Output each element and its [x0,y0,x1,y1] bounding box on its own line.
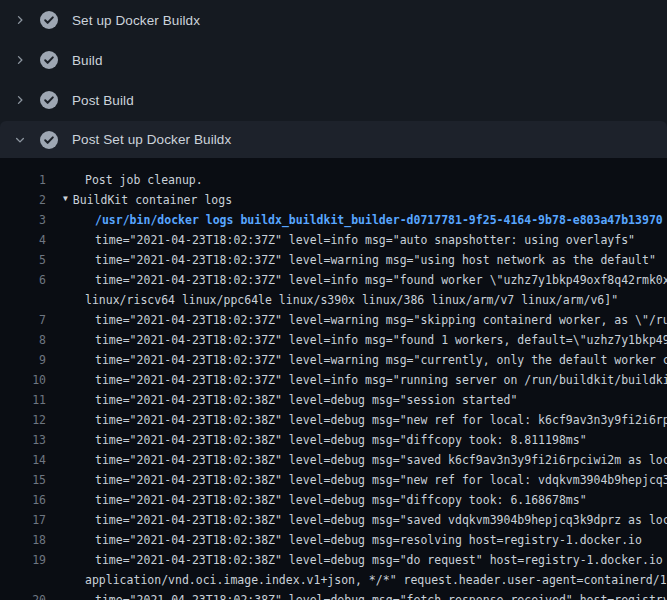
line-number[interactable]: 4 [0,230,46,250]
log-line-text: time="2021-04-23T18:02:38Z" level=debug … [95,590,667,600]
log-line-text: time="2021-04-23T18:02:37Z" level=info m… [95,370,667,390]
step-header-post-build[interactable]: Post Build [0,80,667,120]
log-panel: 1 Post job cleanup. 2 ▼ BuildKit contain… [0,158,667,600]
actions-log-viewer: Set up Docker Buildx Build P [0,0,667,600]
log-line-text: time="2021-04-23T18:02:38Z" level=debug … [95,390,517,410]
log-line: 17 time="2021-04-23T18:02:38Z" level=deb… [0,510,667,530]
log-line: 15 time="2021-04-23T18:02:38Z" level=deb… [0,470,667,490]
line-number[interactable]: 1 [0,170,46,190]
line-number[interactable]: 2 [0,190,46,210]
log-line-text: time="2021-04-23T18:02:37Z" level=info m… [95,270,667,290]
log-line: 5 time="2021-04-23T18:02:37Z" level=warn… [0,250,667,270]
line-number[interactable]: 15 [0,470,46,490]
log-line-text: time="2021-04-23T18:02:37Z" level=warnin… [95,250,656,270]
check-circle-icon [40,11,58,29]
log-line-text: /usr/bin/docker logs buildx_buildkit_bui… [95,210,663,230]
line-number[interactable]: 7 [0,310,46,330]
line-number[interactable]: 12 [0,410,46,430]
line-number[interactable]: 13 [0,430,46,450]
log-line-text: time="2021-04-23T18:02:37Z" level=info m… [95,330,667,350]
step-title: Set up Docker Buildx [72,13,200,28]
log-line: 11 time="2021-04-23T18:02:38Z" level=deb… [0,390,667,410]
log-line: 18 time="2021-04-23T18:02:38Z" level=deb… [0,530,667,550]
collapsed-steps: Set up Docker Buildx Build P [0,0,667,120]
line-number[interactable]: 8 [0,330,46,350]
log-line-text: application/vnd.oci.image.index.v1+json,… [85,570,667,590]
log-line-text: time="2021-04-23T18:02:37Z" level=warnin… [95,310,667,330]
log-line: 10 time="2021-04-23T18:02:37Z" level=inf… [0,370,667,390]
log-line-text: time="2021-04-23T18:02:38Z" level=debug … [95,450,667,470]
line-number[interactable]: 6 [0,270,46,290]
log-line-text: BuildKit container logs [73,190,232,210]
log-line: 8 time="2021-04-23T18:02:37Z" level=info… [0,330,667,350]
log-line: 14 time="2021-04-23T18:02:38Z" level=deb… [0,450,667,470]
line-number[interactable] [0,290,46,310]
log-line-text: time="2021-04-23T18:02:38Z" level=debug … [95,550,667,570]
line-number[interactable]: 19 [0,550,46,570]
group-collapse-icon: ▼ [63,189,68,209]
log-group-toggle[interactable]: 2 ▼ BuildKit container logs [0,190,667,210]
log-line: 9 time="2021-04-23T18:02:37Z" level=warn… [0,350,667,370]
line-number[interactable]: 5 [0,250,46,270]
line-number[interactable] [0,570,46,590]
log-line: 7 time="2021-04-23T18:02:37Z" level=warn… [0,310,667,330]
log-line: linux/riscv64 linux/ppc64le linux/s390x … [0,290,667,310]
line-number[interactable]: 16 [0,490,46,510]
log-line: 19 time="2021-04-23T18:02:38Z" level=deb… [0,550,667,570]
steps-list: Set up Docker Buildx Build P [0,0,667,158]
line-number[interactable]: 9 [0,350,46,370]
log-line-text: time="2021-04-23T18:02:37Z" level=warnin… [95,350,667,370]
step-title: Post Set up Docker Buildx [72,132,231,147]
line-number[interactable]: 10 [0,370,46,390]
log-line-text: linux/riscv64 linux/ppc64le linux/s390x … [85,290,618,310]
line-number[interactable]: 18 [0,530,46,550]
line-number[interactable]: 14 [0,450,46,470]
log-line: 20 time="2021-04-23T18:02:38Z" level=deb… [0,590,667,600]
chevron-right-icon [12,52,28,68]
check-circle-icon [40,91,58,109]
chevron-right-icon [12,12,28,28]
log-line-text: time="2021-04-23T18:02:37Z" level=info m… [95,230,635,250]
step-title: Build [72,53,103,68]
log-line: 1 Post job cleanup. [0,170,667,190]
log-line: 13 time="2021-04-23T18:02:38Z" level=deb… [0,430,667,450]
log-line: 4 time="2021-04-23T18:02:37Z" level=info… [0,230,667,250]
log-line-text: time="2021-04-23T18:02:38Z" level=debug … [95,430,587,450]
log-line-text: time="2021-04-23T18:02:38Z" level=debug … [95,530,642,550]
line-number[interactable]: 17 [0,510,46,530]
log-line: application/vnd.oci.image.index.v1+json,… [0,570,667,590]
log-line-text: time="2021-04-23T18:02:38Z" level=debug … [95,510,667,530]
chevron-right-icon [12,92,28,108]
step-header-set-up-docker-buildx[interactable]: Set up Docker Buildx [0,0,667,40]
line-number[interactable]: 20 [0,590,46,600]
check-circle-icon [40,51,58,69]
log-line-text: Post job cleanup. [85,170,203,190]
line-number[interactable]: 3 [0,210,46,230]
log-command-line: 3 /usr/bin/docker logs buildx_buildkit_b… [0,210,667,230]
chevron-down-icon [12,132,28,148]
log-line: 6 time="2021-04-23T18:02:37Z" level=info… [0,270,667,290]
check-circle-icon [40,131,58,149]
log-line: 16 time="2021-04-23T18:02:38Z" level=deb… [0,490,667,510]
log-line-text: time="2021-04-23T18:02:38Z" level=debug … [95,470,667,490]
log-line: 12 time="2021-04-23T18:02:38Z" level=deb… [0,410,667,430]
log-line-text: time="2021-04-23T18:02:38Z" level=debug … [95,490,587,510]
step-header-build[interactable]: Build [0,40,667,80]
line-number[interactable]: 11 [0,390,46,410]
log-line-text: time="2021-04-23T18:02:38Z" level=debug … [95,410,667,430]
step-header-post-set-up-docker-buildx[interactable]: Post Set up Docker Buildx [0,121,667,158]
step-title: Post Build [72,93,134,108]
